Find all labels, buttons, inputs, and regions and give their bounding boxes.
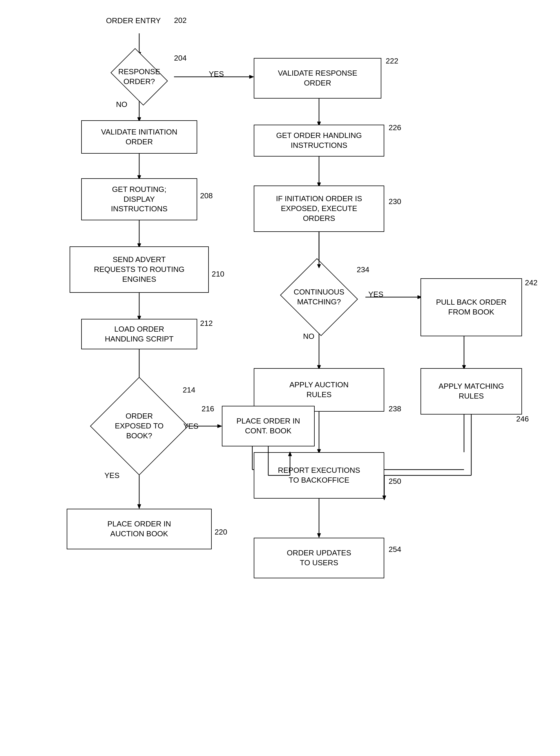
- send-advert-requests: SEND ADVERT REQUESTS TO ROUTING ENGINES: [69, 246, 209, 293]
- ref-246: 246: [516, 414, 529, 424]
- order-updates: ORDER UPDATES TO USERS: [254, 538, 384, 578]
- place-order-cont: PLACE ORDER IN CONT. BOOK: [222, 406, 315, 446]
- svg-marker-36: [317, 533, 321, 538]
- ref-212: 212: [200, 319, 213, 328]
- svg-marker-17: [138, 504, 141, 509]
- ref-222: 222: [386, 57, 398, 65]
- validate-initiation-order: VALIDATE INITIATION ORDER: [81, 120, 197, 154]
- ref-250: 250: [388, 477, 401, 486]
- order-exposed-wrapper: ORDER EXPOSED TO BOOK?: [99, 386, 180, 467]
- apply-auction-rules: APPLY AUCTION RULES: [254, 368, 384, 412]
- continuous-matching-wrapper: CONTINUOUS MATCHING?: [284, 267, 354, 328]
- get-order-handling: GET ORDER HANDLING INSTRUCTIONS: [254, 125, 384, 157]
- ref-234: 234: [357, 265, 369, 274]
- no-label-204: NO: [116, 100, 127, 109]
- load-order-handling: LOAD ORDER HANDLING SCRIPT: [81, 319, 197, 349]
- ref-208: 208: [200, 191, 213, 200]
- order-entry-label: ORDER ENTRY: [96, 16, 171, 26]
- ref-202: 202: [174, 16, 186, 25]
- ref-242: 242: [525, 278, 537, 287]
- ref-230: 230: [388, 197, 401, 206]
- yes-label-214-right: YES: [183, 422, 198, 431]
- flowchart-diagram: ORDER ENTRY 202 RESPONSE ORDER? 204 YES …: [0, 0, 560, 756]
- ref-220: 220: [215, 528, 227, 536]
- pull-back-order: PULL BACK ORDER FROM BOOK: [420, 278, 522, 336]
- ref-216: 216: [202, 404, 214, 413]
- ref-204: 204: [174, 54, 186, 63]
- yes-label-214-bottom: YES: [104, 471, 119, 480]
- ref-238: 238: [388, 404, 401, 413]
- ref-254: 254: [388, 545, 401, 554]
- yes-label-234: YES: [368, 290, 383, 299]
- get-routing: GET ROUTING; DISPLAY INSTRUCTIONS: [81, 178, 197, 220]
- report-executions: REPORT EXECUTIONS TO BACKOFFICE: [254, 452, 384, 498]
- ref-214: 214: [183, 386, 195, 394]
- place-order-auction: PLACE ORDER IN AUCTION BOOK: [67, 509, 212, 549]
- no-label-234: NO: [303, 332, 314, 341]
- ref-226: 226: [388, 123, 401, 132]
- response-order-diamond-wrapper: RESPONSE ORDER?: [107, 57, 171, 97]
- if-initiation-order: IF INITIATION ORDER IS EXPOSED, EXECUTE …: [254, 185, 384, 232]
- svg-marker-3: [249, 75, 254, 79]
- ref-210: 210: [212, 270, 224, 279]
- yes-label-204: YES: [209, 69, 224, 79]
- validate-response-order: VALIDATE RESPONSE ORDER: [254, 58, 381, 99]
- svg-marker-15: [218, 424, 222, 428]
- apply-matching-rules: APPLY MATCHING RULES: [420, 368, 522, 414]
